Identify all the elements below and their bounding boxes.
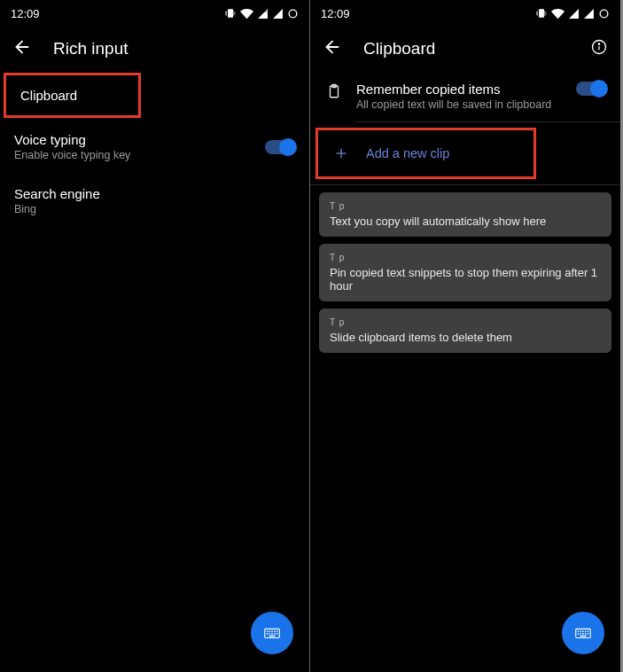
status-time: 12:09: [321, 7, 350, 20]
svg-point-22: [580, 630, 581, 632]
add-clip-button[interactable]: Add a new clip: [318, 130, 533, 176]
status-icons: x: [224, 7, 299, 20]
svg-point-8: [267, 633, 269, 635]
status-time: 12:09: [11, 7, 40, 20]
screen-clipboard: 12:09 Clipboard Remember copied items Al…: [310, 0, 620, 672]
svg-point-7: [276, 630, 278, 632]
setting-sub: Enable voice typing key: [14, 149, 265, 161]
svg-point-12: [276, 633, 278, 635]
highlight-clipboard: Clipboard: [4, 73, 141, 118]
back-icon[interactable]: [12, 37, 32, 60]
svg-point-11: [274, 633, 276, 635]
add-clip-label: Add a new clip: [366, 146, 449, 160]
setting-search-engine[interactable]: Search engine Bing: [0, 174, 309, 228]
svg-point-4: [269, 630, 270, 632]
vibrate-icon: [535, 7, 548, 20]
plus-icon: [334, 146, 348, 160]
keyboard-fab[interactable]: [562, 612, 604, 654]
vibrate-icon: [224, 7, 237, 20]
svg-point-6: [274, 630, 276, 632]
setting-voice-typing[interactable]: Voice typing Enable voice typing key: [0, 120, 309, 174]
svg-point-26: [578, 633, 580, 635]
svg-point-28: [582, 633, 584, 635]
tip-label: T p: [330, 201, 601, 211]
svg-point-21: [578, 630, 580, 632]
svg-point-30: [588, 633, 589, 635]
circle-icon: [287, 8, 299, 20]
svg-point-17: [598, 43, 599, 44]
header: Clipboard: [310, 27, 620, 71]
signal-2-icon: [272, 8, 284, 20]
setting-sub: All copied text will be saved in clipboa…: [356, 98, 564, 111]
setting-sub: Bing: [14, 203, 295, 215]
svg-point-29: [585, 633, 587, 635]
back-icon[interactable]: [323, 37, 342, 60]
svg-point-10: [271, 633, 273, 635]
svg-point-25: [588, 630, 589, 632]
divider: [310, 184, 620, 185]
keyboard-fab[interactable]: [251, 612, 293, 654]
setting-label: Clipboard: [20, 88, 124, 103]
status-icons: [535, 7, 610, 20]
tip-text: Text you copy will automatically show he…: [330, 215, 601, 228]
divider: [356, 121, 620, 122]
setting-clipboard[interactable]: Clipboard: [6, 75, 138, 115]
svg-rect-31: [580, 636, 586, 637]
tip-card[interactable]: T p Slide clipboard items to delete them: [319, 309, 611, 353]
svg-rect-13: [269, 636, 275, 637]
signal-2-icon: [583, 8, 595, 20]
setting-label: Voice typing: [14, 132, 265, 147]
header: Rich input: [0, 27, 309, 71]
tip-label: T p: [330, 253, 601, 262]
setting-label: Search engine: [14, 186, 295, 201]
status-bar: 12:09 x: [0, 0, 309, 27]
setting-label: Remember copied items: [356, 82, 564, 97]
tip-card[interactable]: T p Text you copy will automatically sho…: [319, 192, 611, 237]
keyboard-icon: [573, 623, 593, 643]
svg-text:x: x: [264, 8, 267, 13]
tip-text: Slide clipboard items to delete them: [330, 331, 601, 344]
svg-point-23: [582, 630, 584, 632]
tip-card[interactable]: T p Pin copied text snippets to stop the…: [319, 244, 611, 301]
svg-point-27: [580, 633, 581, 635]
svg-point-5: [271, 630, 273, 632]
wifi-icon: [551, 7, 565, 20]
page-title: Rich input: [53, 39, 128, 59]
tip-text: Pin copied text snippets to stop them ex…: [330, 266, 601, 293]
signal-1-icon: [568, 8, 580, 20]
clipboard-icon: [326, 83, 342, 99]
svg-point-3: [267, 630, 269, 632]
status-bar: 12:09: [310, 0, 620, 27]
signal-1-icon: x: [257, 8, 269, 20]
keyboard-icon: [262, 623, 282, 643]
tip-label: T p: [330, 317, 601, 327]
setting-remember-items[interactable]: Remember copied items All copied text wi…: [310, 71, 620, 121]
circle-icon: [598, 8, 610, 20]
svg-point-14: [600, 10, 608, 18]
voice-typing-toggle[interactable]: [265, 140, 295, 154]
wifi-icon: [240, 7, 253, 20]
svg-point-1: [289, 10, 297, 18]
svg-point-24: [585, 630, 587, 632]
highlight-add-clip: Add a new clip: [315, 128, 536, 179]
remember-toggle[interactable]: [576, 82, 606, 96]
info-icon[interactable]: [590, 38, 608, 59]
page-title: Clipboard: [363, 39, 435, 59]
svg-point-9: [269, 633, 270, 635]
screen-rich-input: 12:09 x Rich input Clipboard Voice typin…: [0, 0, 310, 672]
